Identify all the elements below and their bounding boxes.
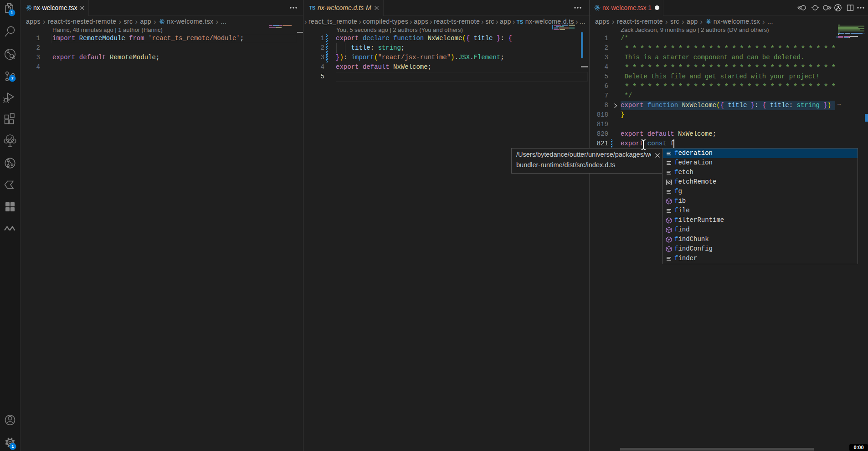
svg-text:1: 1 <box>10 10 13 15</box>
svg-text:1: 1 <box>11 444 14 449</box>
svg-text:7: 7 <box>11 76 13 81</box>
